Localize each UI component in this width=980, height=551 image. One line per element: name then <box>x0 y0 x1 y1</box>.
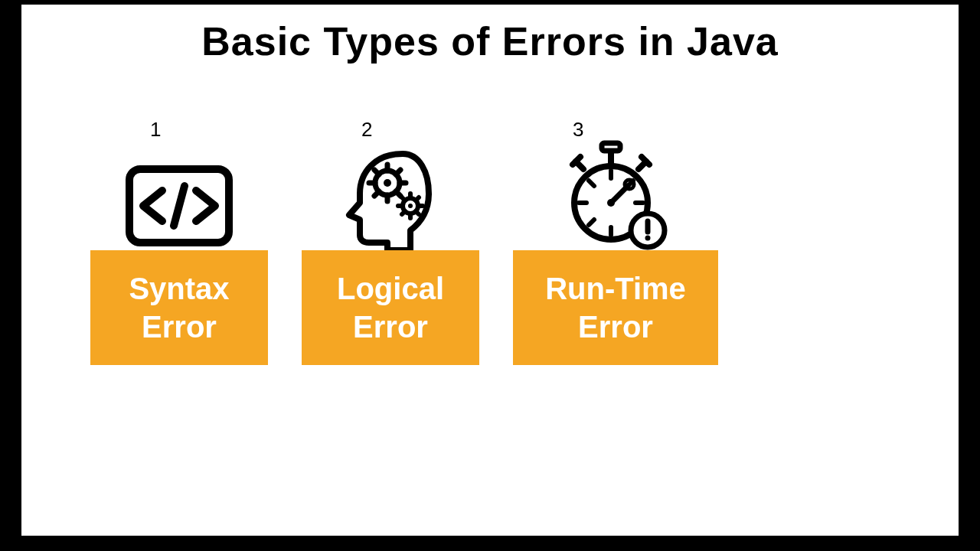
svg-line-11 <box>396 191 400 196</box>
svg-line-19 <box>416 197 419 201</box>
card-number: 2 <box>361 118 372 142</box>
card-logical: 2 <box>302 118 479 365</box>
card-syntax: 1 Syntax Error <box>90 118 268 365</box>
svg-line-29 <box>589 220 594 225</box>
head-gears-icon <box>337 145 444 252</box>
svg-line-1 <box>174 186 185 226</box>
svg-line-27 <box>589 181 594 186</box>
svg-line-8 <box>374 170 379 174</box>
slide-frame: Basic Types of Errors in Java 1 Syntax E… <box>21 5 959 536</box>
svg-line-10 <box>374 191 379 196</box>
card-runtime: 3 <box>513 118 718 365</box>
card-label: Logical Error <box>302 250 479 365</box>
svg-point-13 <box>408 204 413 208</box>
card-label: Syntax Error <box>90 250 268 365</box>
svg-line-18 <box>402 197 405 201</box>
card-label: Run-Time Error <box>513 250 718 365</box>
svg-line-9 <box>396 170 400 174</box>
card-number: 1 <box>150 118 161 142</box>
svg-line-20 <box>402 211 405 214</box>
svg-point-41 <box>645 236 651 241</box>
code-tag-icon <box>122 145 237 252</box>
stopwatch-alert-icon <box>554 145 677 252</box>
svg-point-3 <box>384 179 391 187</box>
page-title: Basic Types of Errors in Java <box>21 5 959 64</box>
card-row: 1 Syntax Error 2 <box>90 118 959 365</box>
svg-rect-33 <box>602 143 620 151</box>
svg-line-21 <box>416 211 419 214</box>
